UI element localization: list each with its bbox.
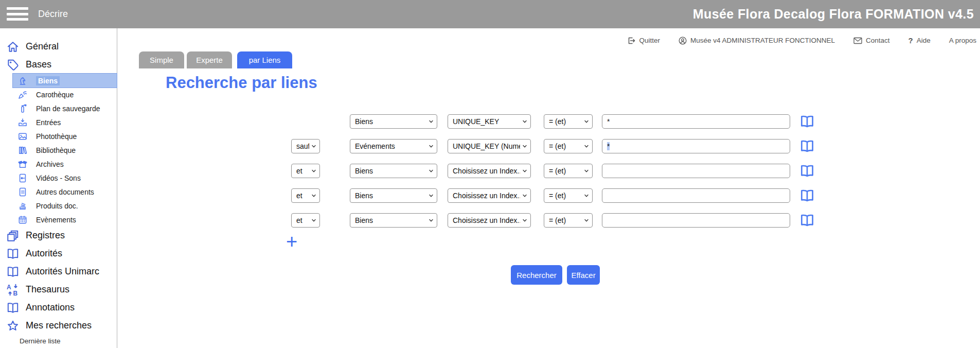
index-select[interactable]: UNIQUE_KEY <box>448 114 531 129</box>
index-lookup-book-icon[interactable] <box>798 114 816 129</box>
rechercher-button[interactable]: Rechercher <box>511 265 562 285</box>
extinguisher-icon <box>17 103 28 114</box>
chevron-down-icon <box>522 119 527 124</box>
add-row-button[interactable]: + <box>286 232 297 251</box>
svg-text:A: A <box>7 283 11 290</box>
operator-select-value: sauf <box>296 142 309 150</box>
tab-simple[interactable]: Simple <box>139 51 184 68</box>
svg-text:B: B <box>13 289 18 296</box>
sidebar-item-label: Registres <box>26 230 65 241</box>
index-select[interactable]: UNIQUE_KEY (Numérique) <box>448 139 531 153</box>
sidebar-item-label: Général <box>26 41 59 52</box>
search-value-input[interactable] <box>602 188 790 203</box>
sidebar-item-registres[interactable]: Registres <box>0 227 117 245</box>
tab-par-liens[interactable]: par Liens <box>237 51 292 68</box>
chevron-down-icon <box>429 119 434 124</box>
search-criteria-row: etBiensChoisissez un Index...= (et) <box>0 164 980 178</box>
comparator-select-value: = (et) <box>549 117 582 126</box>
star-icon <box>6 319 20 333</box>
sidebar-item-label: Bases <box>26 59 51 70</box>
index-select[interactable]: Choisissez un Index... <box>448 213 531 228</box>
index-lookup-book-icon[interactable] <box>798 213 816 228</box>
effacer-button[interactable]: Effacer <box>567 265 600 285</box>
page-title: Recherche par liens <box>166 74 317 92</box>
search-value-input[interactable]: * <box>602 114 790 129</box>
open-book-icon <box>6 301 20 315</box>
comparator-select[interactable]: = (et) <box>544 164 593 178</box>
sidebar-item-annotations[interactable]: Annotations <box>0 299 117 317</box>
index-lookup-book-icon[interactable] <box>798 138 816 154</box>
open-book-icon <box>6 247 20 260</box>
sidebar-item-thesaurus[interactable]: ABThesaurus <box>0 281 117 299</box>
sidebar-item-label: Carothèque <box>36 91 74 99</box>
quitter-link[interactable]: Quitter <box>627 37 660 45</box>
hamburger-menu-icon[interactable] <box>7 7 28 24</box>
operator-select[interactable]: et <box>291 188 320 203</box>
sidebar-item-carotheque[interactable]: Carothèque <box>0 88 117 101</box>
comparator-select[interactable]: = (et) <box>544 114 593 129</box>
chevron-down-icon <box>522 193 527 198</box>
search-value-text: * <box>607 142 610 150</box>
user-account[interactable]: Musée v4 ADMINISTRATEUR FONCTIONNEL <box>679 37 835 45</box>
entity-select[interactable]: Biens <box>350 213 437 228</box>
comparator-select-value: = (et) <box>549 192 582 200</box>
apropos-link[interactable]: A propos <box>949 37 976 44</box>
entity-select[interactable]: Biens <box>350 164 437 178</box>
sidebar-item-bases[interactable]: Bases <box>0 56 117 74</box>
contact-label: Contact <box>866 37 890 44</box>
chevron-down-icon <box>584 193 589 198</box>
operator-select[interactable]: sauf <box>291 139 320 153</box>
sidebar-item-autorites-unimarc[interactable]: Autorités Unimarc <box>0 263 117 281</box>
entity-select[interactable]: Biens <box>350 188 437 203</box>
entity-select-value: Biens <box>355 192 426 200</box>
comparator-select[interactable]: = (et) <box>544 188 593 203</box>
search-value-input[interactable]: * <box>602 139 790 153</box>
entity-select-value: Biens <box>355 167 426 175</box>
sidebar-item-derniere-liste[interactable]: Dernière liste <box>0 335 117 347</box>
index-select[interactable]: Choisissez un Index... <box>448 164 531 178</box>
carrot-icon <box>17 90 28 100</box>
sidebar-item-biens[interactable]: Biens <box>13 74 117 88</box>
entity-select[interactable]: Evénements <box>350 139 437 153</box>
aide-link[interactable]: ? Aide <box>908 36 931 45</box>
sidebar-item-label: Autorités <box>26 248 62 259</box>
index-lookup-book-icon[interactable] <box>798 163 816 179</box>
index-select-value: UNIQUE_KEY (Numérique) <box>453 142 520 150</box>
comparator-select[interactable]: = (et) <box>544 139 593 153</box>
operator-select-value: et <box>296 192 309 200</box>
search-value-text: * <box>607 117 610 126</box>
operator-select[interactable]: et <box>291 164 320 178</box>
chevron-down-icon <box>311 144 316 149</box>
search-value-input[interactable] <box>602 164 790 178</box>
operator-select[interactable]: et <box>291 213 320 228</box>
app-title: Musée Flora Decalog Flora FORMATION v4.5 <box>693 0 974 28</box>
sidebar-item-label: Annotations <box>26 302 75 313</box>
comparator-select[interactable]: = (et) <box>544 213 593 228</box>
quitter-label: Quitter <box>639 37 660 44</box>
chevron-down-icon <box>584 168 589 173</box>
knight-icon <box>17 76 28 86</box>
chevron-down-icon <box>522 144 527 149</box>
app-header: Décrire Musée Flora Decalog Flora FORMAT… <box>0 0 980 28</box>
open-book-icon <box>6 265 20 279</box>
index-lookup-book-icon[interactable] <box>798 188 816 203</box>
sidebar-item-plan-de-sauvegarde[interactable]: Plan de sauvegarde <box>0 101 117 115</box>
tab-experte[interactable]: Experte <box>187 51 232 68</box>
sidebar-item-autorites[interactable]: Autorités <box>0 245 117 263</box>
contact-link[interactable]: Contact <box>853 37 890 44</box>
home-icon <box>6 40 20 54</box>
sidebar-item-label: Autorités Unimarc <box>26 266 99 277</box>
index-select[interactable]: Choisissez un Index... <box>448 188 531 203</box>
chevron-down-icon <box>522 168 527 173</box>
sidebar-item-mes-recherches[interactable]: Mes recherches <box>0 317 117 335</box>
entity-select[interactable]: Biens <box>350 114 437 129</box>
sidebar-item-general[interactable]: Général <box>0 38 117 56</box>
entity-select-value: Evénements <box>355 142 426 150</box>
index-select-value: Choisissez un Index... <box>453 192 520 200</box>
entity-select-value: Biens <box>355 216 426 224</box>
exit-icon <box>627 37 635 45</box>
search-value-input[interactable] <box>602 213 790 228</box>
module-label: Décrire <box>38 0 68 28</box>
envelope-icon <box>853 37 862 44</box>
chevron-down-icon <box>522 218 527 223</box>
